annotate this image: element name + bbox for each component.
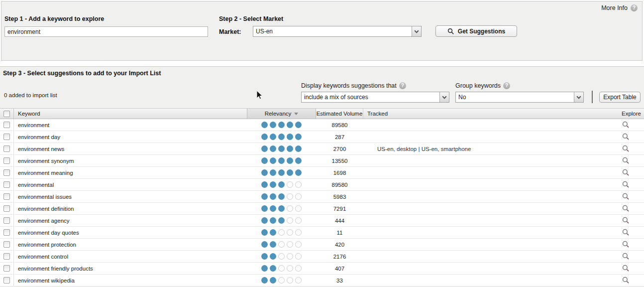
table-row: environment meaning1698 (0, 167, 644, 179)
row-checkbox[interactable] (3, 193, 10, 200)
select-all-checkbox[interactable] (3, 111, 10, 117)
explore-magnifier-icon[interactable] (622, 241, 630, 248)
market-select-value: US-en (256, 28, 273, 35)
relevancy-cell (247, 251, 316, 262)
relevancy-cell (247, 263, 316, 274)
step3-title: Step 3 - Select suggestions to add to yo… (3, 70, 161, 77)
get-suggestions-button[interactable]: Get Suggestions (435, 25, 517, 37)
explore-magnifier-icon[interactable] (622, 145, 630, 152)
explore-magnifier-icon[interactable] (622, 121, 630, 129)
relevancy-dot-filled (261, 145, 268, 152)
relevancy-cell (247, 191, 316, 202)
tracked-cell (363, 275, 607, 286)
estimated-volume-cell: 89580 (316, 179, 363, 190)
estimated-volume-cell: 2700 (316, 143, 363, 154)
row-checkbox[interactable] (3, 277, 10, 284)
explore-magnifier-icon[interactable] (622, 277, 630, 284)
row-checkbox[interactable] (3, 169, 10, 176)
explore-cell (607, 263, 644, 274)
explore-magnifier-icon[interactable] (622, 169, 630, 176)
explore-magnifier-icon[interactable] (622, 253, 630, 260)
explore-magnifier-icon[interactable] (622, 181, 630, 188)
relevancy-cell (247, 167, 316, 178)
explore-column-header[interactable]: Explore (607, 109, 644, 119)
explore-magnifier-icon[interactable] (622, 265, 630, 272)
row-checkbox[interactable] (3, 157, 10, 164)
explore-magnifier-icon[interactable] (622, 193, 630, 200)
table-row: environment agency444 (0, 215, 644, 227)
relevancy-dot-empty (295, 277, 302, 284)
keyword-cell: environment synonym (14, 155, 247, 166)
chevron-down-icon[interactable] (412, 26, 421, 36)
relevancy-column-header[interactable]: Relevancy (247, 109, 316, 119)
keyword-column-header[interactable]: Keyword (14, 109, 247, 119)
row-checkbox[interactable] (3, 229, 10, 236)
relevancy-dot-empty (295, 229, 302, 236)
row-checkbox[interactable] (3, 134, 10, 140)
tracked-cell (363, 119, 607, 131)
search-icon (447, 28, 454, 35)
table-row: environment news2700US-en, desktop | US-… (0, 143, 644, 155)
relevancy-cell (247, 275, 316, 286)
row-checkbox[interactable] (3, 253, 10, 260)
chevron-down-icon[interactable] (439, 92, 449, 102)
relevancy-dot-empty (287, 277, 293, 284)
keyword-input[interactable] (4, 26, 208, 37)
relevancy-dot-filled (261, 181, 268, 188)
row-checkbox-cell (0, 119, 14, 131)
header-checkbox-cell (0, 109, 14, 119)
explore-magnifier-icon[interactable] (622, 205, 630, 212)
help-icon[interactable]: ? (631, 4, 638, 11)
chevron-down-icon[interactable] (574, 92, 583, 102)
relevancy-dot-filled (270, 265, 276, 272)
help-icon[interactable]: ? (399, 82, 406, 89)
market-select[interactable]: US-en (253, 26, 422, 37)
relevancy-dot-empty (287, 217, 293, 224)
explore-magnifier-icon[interactable] (622, 217, 630, 224)
relevancy-dot-empty (295, 253, 302, 260)
help-icon[interactable]: ? (503, 82, 510, 89)
relevancy-dot-filled (261, 134, 268, 140)
group-keywords-select[interactable]: No (455, 92, 584, 103)
estimated-volume-cell: 2176 (316, 251, 363, 262)
explore-magnifier-icon[interactable] (622, 133, 630, 141)
relevancy-dot-filled (287, 157, 293, 164)
relevancy-dot-filled (278, 145, 285, 152)
estimated-volume-column-header[interactable]: Estimated Volume (316, 109, 363, 119)
row-checkbox[interactable] (3, 241, 10, 248)
relevancy-dot-filled (270, 134, 276, 140)
explore-cell (607, 251, 644, 262)
table-row: environment protection420 (0, 239, 644, 251)
relevancy-dot-filled (270, 253, 276, 260)
row-checkbox[interactable] (3, 217, 10, 224)
table-row: environment friendly products407 (0, 263, 644, 275)
estimated-volume-cell: 89580 (316, 119, 363, 131)
row-checkbox[interactable] (3, 145, 10, 152)
tracked-column-header[interactable]: Tracked (363, 109, 607, 119)
more-info-link[interactable]: More Info ? (601, 4, 638, 11)
relevancy-cell (247, 179, 316, 190)
explore-magnifier-icon[interactable] (622, 229, 630, 236)
row-checkbox[interactable] (3, 181, 10, 188)
relevancy-dot-filled (287, 169, 293, 176)
row-checkbox-cell (0, 239, 14, 250)
relevancy-dot-empty (295, 265, 302, 272)
export-table-button[interactable]: Export Table (599, 92, 641, 103)
relevancy-dot-filled (270, 181, 276, 188)
explore-cell (607, 119, 644, 131)
relevancy-dot-filled (295, 157, 302, 164)
table-row: environment wikipedia33 (0, 275, 644, 287)
toolbar-divider (592, 91, 593, 103)
row-checkbox[interactable] (3, 122, 10, 128)
estimated-volume-cell: 11 (316, 227, 363, 238)
relevancy-dot-empty (295, 181, 302, 188)
relevancy-dot-empty (278, 241, 285, 248)
explore-magnifier-icon[interactable] (622, 157, 630, 164)
relevancy-dot-filled (270, 229, 276, 236)
row-checkbox[interactable] (3, 265, 10, 272)
display-filter-select[interactable]: include a mix of sources (301, 92, 449, 103)
relevancy-dot-filled (295, 169, 302, 176)
tracked-cell (363, 263, 607, 274)
row-checkbox[interactable] (3, 205, 10, 212)
tracked-cell (363, 167, 607, 178)
